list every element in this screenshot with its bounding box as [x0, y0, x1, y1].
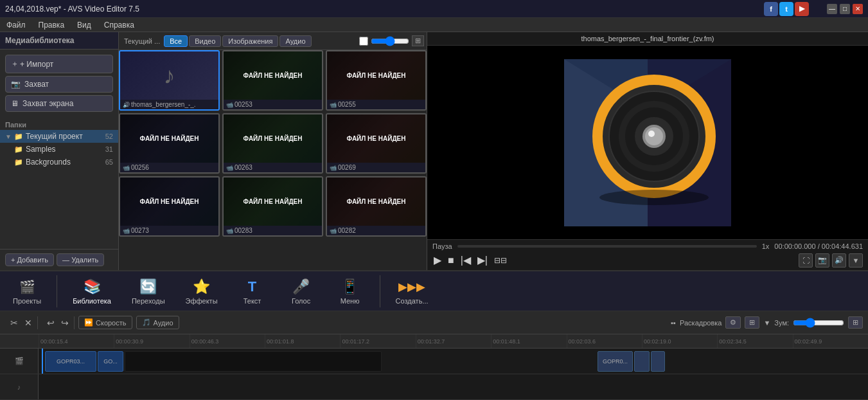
toolbar-library-label: Библиотека — [73, 297, 111, 305]
media-item-9[interactable]: ФАЙЛ НЕ НАЙДЕН 📹 00282 — [326, 176, 427, 237]
redo-button[interactable]: ↪ — [58, 316, 71, 329]
media-item-8[interactable]: ФАЙЛ НЕ НАЙДЕН 📹 00283 — [222, 176, 323, 237]
video-clip-2[interactable]: GO... — [98, 351, 123, 372]
file-not-found-9: ФАЙЛ НЕ НАЙДЕН — [327, 177, 425, 226]
toolbar-library[interactable]: 📚 Библиотека — [67, 275, 116, 307]
folder-samples[interactable]: ▼ 📁 Samples 31 — [0, 143, 118, 156]
file-not-found-7: ФАЙЛ НЕ НАЙДЕН — [120, 177, 218, 226]
media-grid-scroll[interactable]: ♪ 🔊 thomas_bergersen_-_. ФАЙЛ НЕ НАЙДЕН … — [119, 50, 427, 269]
media-label-3: 📹 00255 — [327, 100, 425, 109]
delete-button[interactable]: ✕ — [22, 316, 35, 329]
playhead[interactable] — [42, 349, 43, 374]
stop-button[interactable]: ■ — [447, 253, 456, 268]
media-item-2[interactable]: ФАЙЛ НЕ НАЙДЕН 📹 00253 — [222, 50, 323, 111]
video-clip-3[interactable] — [125, 351, 382, 372]
zoom-slider[interactable] — [793, 318, 844, 328]
minimize-button[interactable]: — — [827, 4, 837, 14]
speed-icon: ⏩ — [84, 318, 93, 327]
tab-images[interactable]: Изображения — [222, 35, 278, 47]
folder-current-project[interactable]: ▼ 📁 Текущий проект 52 — [0, 130, 118, 143]
media-item-5[interactable]: ФАЙЛ НЕ НАЙДЕН 📹 00263 — [222, 113, 323, 174]
toolbar-text[interactable]: T Текст — [233, 275, 272, 307]
add-folder-button[interactable]: + Добавить — [5, 253, 54, 266]
video-clip-5[interactable] — [634, 351, 650, 372]
tab-audio[interactable]: Аудио — [279, 35, 311, 47]
preview-progress-bar[interactable] — [457, 245, 757, 248]
toolbar-projects[interactable]: 🎬 Проекты — [8, 275, 46, 307]
close-button[interactable]: ✕ — [853, 4, 863, 14]
ruler-mark: 00:00:15.4 — [39, 334, 114, 348]
menu-edit[interactable]: Правка — [36, 19, 67, 31]
audio-button[interactable]: 🎵 Аудио — [136, 316, 179, 329]
cut-button[interactable]: ✂ — [8, 316, 21, 329]
library-icon: 📚 — [82, 278, 102, 296]
media-item-7[interactable]: ФАЙЛ НЕ НАЙДЕН 📹 00273 — [119, 176, 220, 237]
menu-view[interactable]: Вид — [75, 19, 94, 31]
expand-media-button[interactable]: ⊞ — [412, 35, 424, 46]
current-project-label: Текущий ... — [121, 36, 163, 46]
fullscreen-button[interactable]: ⛶ — [799, 253, 813, 268]
media-thumb-1: ♪ — [120, 51, 218, 100]
ruler-mark: 00:01:48.1 — [491, 334, 566, 348]
undo-button[interactable]: ↩ — [44, 316, 57, 329]
split-button[interactable]: ⊟⊟ — [493, 255, 508, 266]
video-clip-6[interactable] — [651, 351, 665, 372]
preview-title: thomas_bergersen_-_final_frontier_(zv.fm… — [427, 32, 868, 46]
menu-file[interactable]: Файл — [4, 19, 28, 31]
capture-button[interactable]: 📷 Захват — [5, 76, 113, 93]
media-thumb-6: ФАЙЛ НЕ НАЙДЕН — [327, 114, 425, 163]
toolbar-create[interactable]: ▶▶▶ Создать... — [391, 275, 434, 307]
film-icon: 🎬 — [17, 278, 37, 296]
grid-checkbox[interactable] — [359, 37, 368, 46]
menu-help[interactable]: Справка — [102, 19, 137, 31]
tab-video[interactable]: Видео — [189, 35, 221, 47]
toolbar-separator-2 — [380, 275, 380, 307]
tab-all[interactable]: Все — [164, 35, 188, 47]
toolbar-voice[interactable]: 🎤 Голос — [282, 275, 321, 307]
edit-btn-group-1: ✂ ✕ — [5, 316, 38, 329]
video-clip-4[interactable]: GOPR0... — [598, 351, 633, 372]
audio-track-content[interactable] — [39, 374, 868, 399]
bottom-toolbar: 🎬 Проекты 📚 Библиотека 🔄 Переходы ⭐ Эффе… — [0, 270, 868, 311]
media-item-1[interactable]: ♪ 🔊 thomas_bergersen_-_. — [119, 50, 220, 111]
sidebar-title: Медиабиблиотека — [0, 32, 118, 50]
toolbar-effects[interactable]: ⭐ Эффекты — [181, 275, 223, 307]
settings-button[interactable]: ▼ — [849, 253, 863, 268]
speed-button[interactable]: ⏩ Скорость — [78, 316, 132, 329]
next-frame-button[interactable]: ▶| — [476, 253, 489, 268]
storyboard-settings-button[interactable]: ⚙ — [725, 316, 741, 329]
maximize-button[interactable]: □ — [840, 4, 850, 14]
toolbar-transitions[interactable]: 🔄 Переходы — [127, 275, 170, 307]
volume-button[interactable]: 🔊 — [832, 253, 846, 268]
toolbar-menu-label: Меню — [341, 297, 360, 305]
ruler-marks: 00:00:15.4 00:00:30.9 00:00:46.3 00:01:0… — [39, 334, 868, 348]
import-button[interactable]: ＋ + Импорт — [5, 55, 113, 73]
fit-button[interactable]: ⊞ — [848, 316, 863, 329]
toolbar-voice-label: Голос — [292, 297, 310, 305]
screen-capture-button[interactable]: 🖥 Захват экрана — [5, 95, 113, 112]
grid-size-slider[interactable] — [371, 36, 409, 46]
media-item-6[interactable]: ФАЙЛ НЕ НАЙДЕН 📹 00269 — [326, 113, 427, 174]
file-not-found-8: ФАЙЛ НЕ НАЙДЕН — [224, 177, 322, 226]
video-clip-1[interactable]: GOPR03... — [45, 351, 96, 372]
prev-frame-button[interactable]: |◀ — [459, 253, 472, 268]
toolbar-menu[interactable]: 📱 Меню — [331, 275, 369, 307]
transitions-icon: 🔄 — [138, 278, 159, 296]
snapshot-button[interactable]: 📷 — [815, 253, 829, 268]
camera-icon: 📷 — [11, 80, 21, 89]
twitter-icon[interactable]: t — [779, 2, 793, 16]
video-track-content[interactable]: GOPR03... GO... GOPR0... — [39, 349, 868, 374]
file-not-found-2: ФАЙЛ НЕ НАЙДЕН — [224, 51, 322, 100]
preview-controls: Пауза 1x 00:00:00.000 / 00:04:44.631 ▶ ■… — [427, 239, 868, 270]
view-mode-button[interactable]: ⊞ — [745, 316, 759, 329]
play-button[interactable]: ▶ — [432, 253, 443, 268]
folder-label: Samples — [26, 145, 56, 154]
remove-folder-button[interactable]: — Удалить — [57, 253, 104, 266]
video-track: 🎬 GOPR03... GO... GOPR0... — [0, 349, 868, 374]
media-item-3[interactable]: ФАЙЛ НЕ НАЙДЕН 📹 00255 — [326, 50, 427, 111]
facebook-icon[interactable]: f — [764, 2, 778, 16]
media-thumb-9: ФАЙЛ НЕ НАЙДЕН — [327, 177, 425, 226]
folder-backgrounds[interactable]: ▼ 📁 Backgrounds 65 — [0, 156, 118, 168]
youtube-icon[interactable]: ▶ — [795, 2, 809, 16]
media-item-4[interactable]: ФАЙЛ НЕ НАЙДЕН 📹 00256 — [119, 113, 220, 174]
